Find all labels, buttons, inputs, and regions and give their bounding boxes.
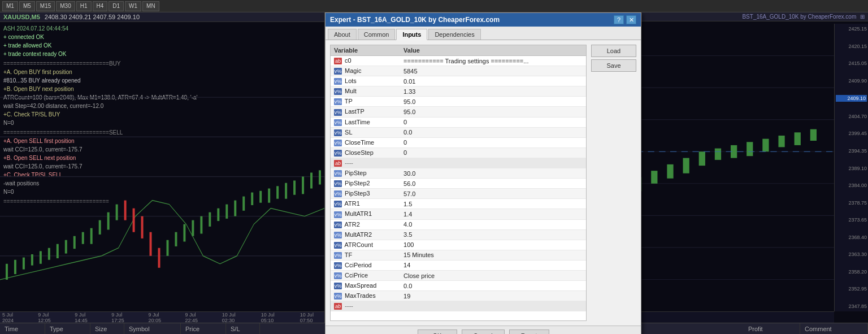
price-current: 2409.10 bbox=[836, 95, 867, 102]
val-cell: 0.01 bbox=[400, 76, 586, 86]
col-comment: Comment bbox=[800, 323, 868, 334]
table-row[interactable]: v% Lots0.01 bbox=[331, 76, 586, 86]
toolbar: M1 M5 M15 M30 H1 H4 D1 W1 MN bbox=[0, 0, 868, 12]
svg-rect-38 bbox=[285, 183, 287, 199]
table-row[interactable]: v% PipStep357.0 bbox=[331, 189, 586, 199]
save-button[interactable]: Save bbox=[591, 59, 636, 72]
dialog-controls: ? ✕ bbox=[614, 15, 636, 24]
table-row[interactable]: v% PipStep30.0 bbox=[331, 168, 586, 179]
val-cell: 0.0 bbox=[400, 127, 586, 137]
val-cell: 15 Minutes bbox=[400, 250, 586, 260]
timeframe-h1[interactable]: H1 bbox=[76, 1, 92, 11]
timeframe-m15[interactable]: M15 bbox=[36, 1, 55, 11]
expand-icon[interactable]: ⊞ bbox=[860, 14, 865, 20]
timeframe-d1[interactable]: D1 bbox=[108, 1, 124, 11]
svg-rect-15 bbox=[90, 228, 93, 244]
main-area: XAUUSD,M5 2408.30 2409.21 2407.59 2409.1… bbox=[0, 12, 868, 334]
dialog-overlay: Expert - BST_16A_GOLD_10K by CheaperFore… bbox=[325, 12, 641, 323]
table-row[interactable]: v% CciPeriod14 bbox=[331, 260, 586, 270]
price-2389: 2389.10 bbox=[836, 166, 867, 171]
val-cell: 0 bbox=[400, 117, 586, 127]
svg-rect-18 bbox=[116, 205, 118, 220]
timeframe-m30[interactable]: M30 bbox=[56, 1, 75, 11]
var-cell: v% Mult bbox=[331, 86, 400, 97]
table-row[interactable]: v% CloseTime0 bbox=[331, 137, 586, 148]
svg-rect-16 bbox=[99, 220, 101, 235]
svg-rect-79 bbox=[762, 139, 769, 152]
timeframe-h4[interactable]: H4 bbox=[93, 1, 108, 11]
tab-about[interactable]: About bbox=[328, 29, 357, 40]
svg-rect-28 bbox=[200, 216, 202, 234]
var-cell: v% MultATR2 bbox=[331, 229, 400, 240]
variables-table[interactable]: Variable Value ab c0=========== Trading … bbox=[330, 45, 587, 321]
val-cell: 0.0 bbox=[400, 281, 586, 291]
svg-rect-74 bbox=[683, 158, 689, 173]
table-row[interactable]: v% ATR11.5 bbox=[331, 199, 586, 209]
left-chart-canvas[interactable] bbox=[0, 58, 324, 311]
val-cell: 3.5 bbox=[400, 229, 586, 240]
svg-rect-7 bbox=[23, 258, 25, 270]
table-row[interactable]: v% LastTime0 bbox=[331, 117, 586, 127]
tab-common[interactable]: Common bbox=[358, 29, 396, 40]
table-row[interactable]: v% LastTP95.0 bbox=[331, 107, 586, 117]
svg-rect-72 bbox=[651, 171, 657, 184]
table-row[interactable]: v% SL0.0 bbox=[331, 127, 586, 137]
table-row[interactable]: v% Mult1.33 bbox=[331, 86, 586, 97]
load-button[interactable]: Load bbox=[591, 45, 636, 57]
right-price-axis: 2425.15 2420.15 2415.05 2409.90 2409.10 … bbox=[834, 24, 868, 311]
table-row[interactable]: v% ATR24.0 bbox=[331, 219, 586, 229]
var-icon: v% bbox=[334, 78, 342, 85]
var-icon: v% bbox=[334, 283, 342, 289]
var-icon: v% bbox=[334, 180, 342, 187]
var-cell: v% Lots bbox=[331, 76, 400, 86]
svg-rect-42 bbox=[319, 170, 321, 184]
table-row[interactable]: v% PipStep256.0 bbox=[331, 179, 586, 189]
var-cell: ab c0 bbox=[331, 56, 400, 66]
val-cell: =========== Trading settings =========..… bbox=[400, 56, 586, 66]
price-2378: 2378.75 bbox=[836, 200, 867, 206]
svg-rect-22 bbox=[150, 232, 152, 256]
svg-rect-8 bbox=[31, 254, 33, 266]
val-cell: 1.33 bbox=[400, 86, 586, 97]
var-cell: v% LastTP bbox=[331, 107, 400, 117]
dialog-sidebar: Load Save bbox=[591, 45, 636, 321]
timeframe-m1[interactable]: M1 bbox=[2, 1, 18, 11]
var-icon: v% bbox=[334, 109, 342, 116]
table-row[interactable]: v% TP95.0 bbox=[331, 97, 586, 107]
table-row[interactable]: v% MaxSpread0.0 bbox=[331, 281, 586, 291]
var-icon: ab bbox=[334, 160, 342, 167]
timeframe-m5[interactable]: M5 bbox=[19, 1, 35, 11]
var-cell: v% ATR2 bbox=[331, 219, 400, 229]
svg-rect-33 bbox=[242, 197, 245, 211]
timeframe-w1[interactable]: W1 bbox=[125, 1, 141, 11]
svg-rect-24 bbox=[166, 240, 168, 256]
val-cell: 0 bbox=[400, 148, 586, 158]
val-cell: 56.0 bbox=[400, 179, 586, 189]
table-row[interactable]: v% CciPriceClose price bbox=[331, 270, 586, 280]
table-row[interactable]: ab ---- bbox=[331, 301, 586, 311]
table-row[interactable]: v% MaxTrades19 bbox=[331, 291, 586, 301]
var-icon: v% bbox=[334, 190, 342, 197]
table-row[interactable]: v% TF15 Minutes bbox=[331, 250, 586, 260]
tab-inputs[interactable]: Inputs bbox=[396, 29, 427, 40]
svg-rect-10 bbox=[48, 248, 50, 260]
dialog-close-button[interactable]: ✕ bbox=[626, 15, 636, 24]
tab-dependencies[interactable]: Dependencies bbox=[428, 29, 480, 40]
timeframe-mn[interactable]: MN bbox=[142, 1, 159, 11]
table-row[interactable]: v% CloseStep0 bbox=[331, 148, 586, 158]
dialog-help-button[interactable]: ? bbox=[614, 15, 624, 24]
col-size: Size bbox=[90, 323, 124, 334]
var-cell: v% TP bbox=[331, 97, 400, 107]
var-cell: v% SL bbox=[331, 127, 400, 137]
val-cell: 95.0 bbox=[400, 107, 586, 117]
table-row[interactable]: ab c0=========== Trading settings ======… bbox=[331, 56, 586, 66]
table-row[interactable]: ab ---- bbox=[331, 158, 586, 168]
table-row[interactable]: v% MultATR11.4 bbox=[331, 209, 586, 219]
table-row[interactable]: v% ATRCount100 bbox=[331, 240, 586, 250]
var-icon: v% bbox=[334, 222, 342, 228]
svg-rect-82 bbox=[810, 129, 817, 141]
col-type: Type bbox=[45, 323, 90, 334]
var-icon: v% bbox=[334, 211, 342, 218]
table-row[interactable]: v% Magic5845 bbox=[331, 66, 586, 76]
table-row[interactable]: v% MultATR23.5 bbox=[331, 229, 586, 240]
